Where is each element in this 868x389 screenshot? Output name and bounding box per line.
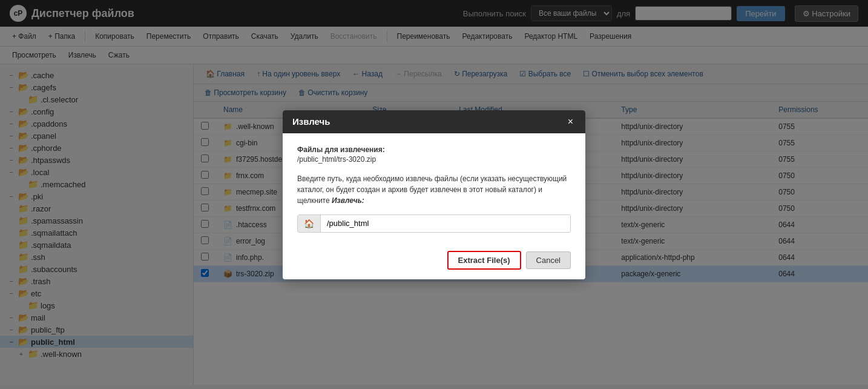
extract-modal: Извлечь × Файлы для извлечения: /public_…: [283, 110, 585, 279]
cancel-button[interactable]: Cancel: [526, 251, 571, 269]
modal-header: Извлечь ×: [283, 110, 585, 133]
modal-path-input[interactable]: [321, 215, 570, 231]
modal-footer: Extract File(s) Cancel: [283, 245, 585, 279]
modal-files-path: /public_html/trs-3020.zip: [297, 155, 571, 164]
modal-overlay: Извлечь × Файлы для извлечения: /public_…: [0, 0, 868, 385]
modal-instruction-em: Извлечь:: [332, 196, 364, 205]
modal-home-icon: 🏠: [298, 215, 321, 232]
modal-body: Файлы для извлечения: /public_html/trs-3…: [283, 133, 585, 245]
modal-title: Извлечь: [292, 116, 330, 127]
modal-instruction: Введите путь, куда необходимо извлечь фа…: [297, 173, 571, 206]
modal-close-button[interactable]: ×: [565, 116, 576, 127]
modal-files-label: Файлы для извлечения:: [297, 145, 571, 154]
extract-files-button[interactable]: Extract File(s): [447, 251, 521, 270]
modal-path-row: 🏠: [297, 214, 571, 233]
